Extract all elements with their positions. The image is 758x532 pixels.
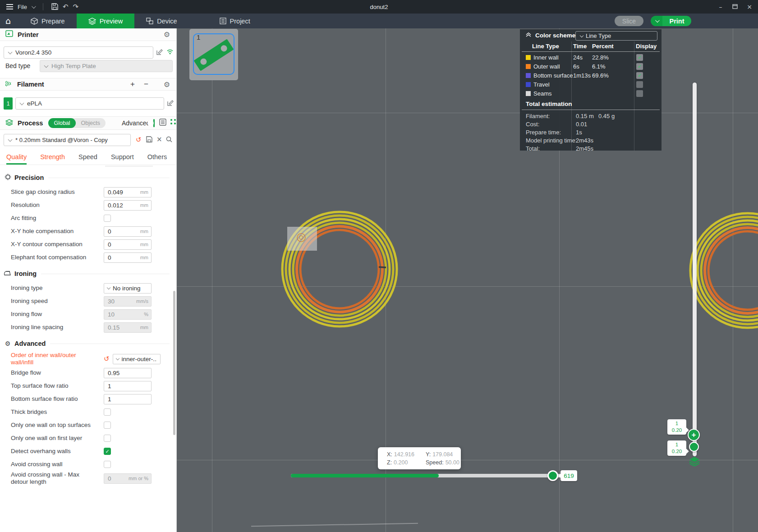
search-icon[interactable]	[166, 136, 172, 144]
plus-icon: +	[692, 431, 696, 439]
sidebar-scrollbar[interactable]	[173, 291, 175, 435]
bed-type-select[interactable]: High Temp Plate	[40, 60, 173, 72]
display-checkbox[interactable]: ✓	[636, 72, 643, 79]
input-ironing-line-spacing[interactable]: 0.15mm	[104, 322, 152, 333]
process-tab-speed[interactable]: Speed	[78, 153, 97, 165]
display-checkbox[interactable]: ✓	[636, 63, 643, 70]
print-button[interactable]: Print	[662, 16, 691, 26]
process-tabs: QualityStrengthSpeedSupportOthers	[0, 150, 176, 165]
layer-slider-lower-handle[interactable]	[689, 442, 699, 452]
bed-type-value: High Temp Plate	[51, 63, 96, 69]
field-value: 0.15	[108, 324, 119, 331]
divider	[41, 274, 170, 274]
filament-settings-gear-icon[interactable]: ⚙	[164, 80, 170, 89]
home-button[interactable]: ⌂	[5, 17, 11, 25]
tab-device[interactable]: Device	[134, 14, 188, 28]
input-ironing-speed[interactable]: 30mm/s	[104, 296, 152, 307]
printer-preset-select[interactable]: Voron2.4 350	[4, 46, 153, 59]
delete-preset-icon[interactable]: ×	[156, 135, 162, 143]
scope-global-button[interactable]: Global	[48, 118, 75, 128]
checkbox-only-one-wall-on-first-layer[interactable]	[104, 435, 111, 442]
redo-icon[interactable]: ↷	[73, 4, 79, 10]
display-checkbox[interactable]	[636, 90, 643, 97]
input-top-surface-flow-ratio[interactable]: 1	[104, 381, 152, 391]
process-tab-quality[interactable]: Quality	[6, 153, 27, 165]
input-bottom-surface-flow-ratio[interactable]: 1	[104, 394, 152, 404]
layer-slider-upper-handle[interactable]: +	[688, 429, 700, 441]
input-avoid-crossing-wall-max-detour-length[interactable]: 0mm or %	[104, 473, 152, 484]
menu-icon[interactable]	[6, 3, 13, 11]
filament-preset-select[interactable]: ePLA	[15, 97, 164, 110]
print-options-dropdown[interactable]	[651, 16, 662, 26]
edit-printer-icon[interactable]	[156, 49, 163, 57]
layers-icon[interactable]	[689, 456, 700, 468]
setting-row-x-y-contour-compensation: X-Y contour compensation0mm	[0, 238, 173, 251]
objects-param-icon[interactable]	[170, 119, 176, 128]
reset-preset-icon[interactable]: ↺	[136, 136, 142, 144]
reset-setting-icon[interactable]: ↺	[104, 356, 110, 362]
collapse-panel-icon[interactable]	[525, 32, 532, 39]
minimize-button[interactable]: –	[717, 3, 725, 10]
chevron-down-icon[interactable]	[32, 4, 36, 9]
input-x-y-hole-compensation[interactable]: 0mm	[104, 226, 152, 237]
remove-filament-button[interactable]: −	[144, 80, 148, 89]
save-icon[interactable]	[51, 3, 58, 11]
checkbox-only-one-wall-on-top-surfaces[interactable]	[104, 422, 111, 429]
legend-time: 6s	[573, 63, 579, 70]
process-tab-others[interactable]: Others	[147, 153, 167, 165]
estimation-value: 2m43s	[576, 137, 593, 144]
setting-row-resolution: Resolution0.012mm	[0, 199, 173, 211]
chevron-down-icon	[8, 137, 13, 142]
process-preset-select[interactable]: * 0.20mm Standard @Voron - Copy	[4, 134, 131, 146]
input-resolution[interactable]: 0.012mm	[104, 200, 152, 211]
printer-section-title: Printer	[18, 31, 39, 38]
checkbox-thick-bridges[interactable]	[104, 408, 111, 416]
settings-scroll-area[interactable]: PrecisionSlice gap closing radius0.049mm…	[0, 165, 173, 532]
color-scheme-selector[interactable]: Line Type	[575, 31, 657, 41]
display-checkbox[interactable]	[636, 81, 643, 88]
input-ironing-flow[interactable]: 10%	[104, 309, 152, 320]
wifi-connect-icon[interactable]	[166, 48, 174, 56]
select-ironing-type[interactable]: No ironing	[104, 283, 152, 294]
close-button[interactable]: ×	[745, 3, 753, 10]
checkbox-detect-overhang-walls[interactable]: ✓	[104, 448, 111, 455]
select-order-of-inner-wall-outer-wall-infill[interactable]: inner-outer-...	[113, 354, 161, 364]
plate-thumbnail[interactable]: 1	[189, 29, 238, 80]
tab-preview[interactable]: Preview	[77, 14, 135, 28]
layer-slider-track[interactable]	[693, 83, 697, 456]
advanced-toggle[interactable]	[153, 119, 155, 127]
estimation-value: 0.01	[576, 121, 587, 128]
move-slider-value: 619	[560, 470, 577, 481]
checkbox-arc-fitting[interactable]	[104, 215, 111, 222]
move-slider-fill	[291, 474, 439, 477]
maximize-button[interactable]	[731, 3, 739, 10]
save-preset-icon[interactable]	[146, 136, 152, 144]
file-menu[interactable]: File	[18, 4, 27, 10]
display-checkbox[interactable]: ✓	[636, 54, 643, 61]
scope-objects-button[interactable]: Objects	[76, 120, 106, 126]
input-x-y-contour-compensation[interactable]: 0mm	[104, 239, 152, 250]
slice-button[interactable]: Slice	[615, 16, 643, 26]
parameter-list-icon[interactable]	[159, 119, 166, 128]
printer-settings-gear-icon[interactable]: ⚙	[164, 30, 170, 39]
input-bridge-flow[interactable]: 0.95	[104, 368, 152, 378]
tab-project[interactable]: Project	[208, 14, 262, 28]
input-elephant-foot-compensation[interactable]: 0mm	[104, 252, 152, 263]
process-tab-support[interactable]: Support	[111, 153, 134, 165]
checkbox-avoid-crossing-wall[interactable]	[104, 461, 111, 468]
move-slider-handle[interactable]	[547, 470, 558, 481]
setting-row-top-surface-flow-ratio: Top surface flow ratio1	[0, 380, 173, 392]
3d-viewport[interactable]: 1 Color scheme Line Type Line Type Time …	[177, 28, 758, 532]
undo-icon[interactable]: ↶	[63, 4, 69, 10]
field-unit: mm	[140, 325, 148, 330]
setting-row-thick-bridges: Thick bridges	[0, 406, 173, 418]
sliced-model-preview	[177, 28, 758, 532]
field-value: 0	[108, 241, 111, 248]
tab-prepare[interactable]: Prepare	[19, 14, 77, 28]
move-slider-track[interactable]: 619	[291, 474, 573, 477]
add-filament-button[interactable]: +	[130, 80, 135, 89]
filament-slot-badge[interactable]: 1	[4, 97, 13, 110]
input-slice-gap-closing-radius[interactable]: 0.049mm	[104, 187, 152, 197]
edit-filament-icon[interactable]	[167, 100, 174, 108]
process-tab-strength[interactable]: Strength	[40, 153, 65, 165]
